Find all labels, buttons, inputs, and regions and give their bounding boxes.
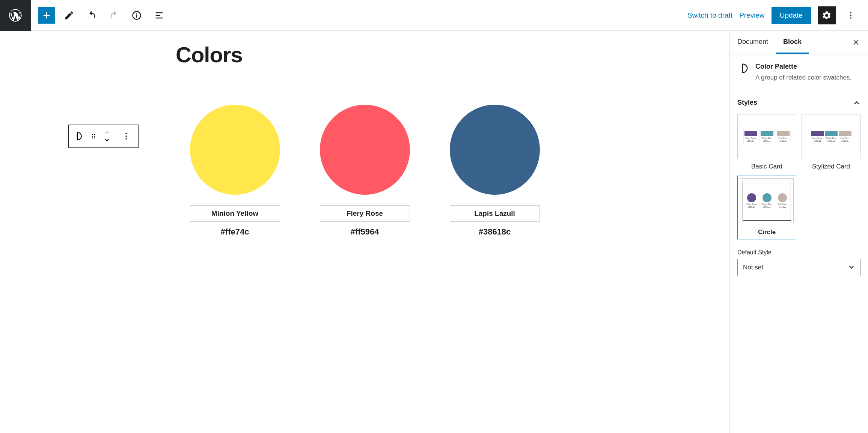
top-toolbar: Switch to draft Preview Update [0,0,868,31]
tab-block[interactable]: Block [776,31,809,54]
swatch-hex-label: #ffe74c [221,227,249,237]
wordpress-icon [8,8,23,23]
svg-point-14 [125,138,127,140]
swatch-hex-label: #ff5964 [351,227,379,237]
edit-mode-button[interactable] [61,7,77,24]
editor-canvas[interactable]: Colors [0,31,729,433]
block-more-options-button[interactable] [114,125,138,147]
pencil-icon [64,10,74,21]
main-area: Colors [0,31,868,433]
redo-button[interactable] [106,7,122,24]
svg-point-13 [125,135,127,137]
default-style-value: Not set [743,264,763,271]
content-info-button[interactable] [128,7,145,24]
block-type-button[interactable] [69,125,87,147]
swatch-name-input[interactable]: Fiery Rose [320,205,410,222]
chevron-down-icon [104,138,110,143]
style-preview: Cyber Grape#604c8d Pacific Blue#559cad P… [802,114,860,159]
more-vertical-icon [846,11,855,20]
styles-panel-title: Styles [737,99,757,107]
style-preview: Cyber Grape#604c8d Pacific Blue#559cad P… [737,114,796,159]
style-label: Stylized Card [812,163,850,170]
styles-grid: Cyber Grape#604c8d Pacific Blue#559cad P… [730,114,868,247]
tab-document[interactable]: Document [730,31,776,54]
svg-point-7 [94,134,95,135]
sidebar-tabs: Document Block [730,31,868,54]
style-label: Basic Card [751,163,782,170]
svg-point-6 [92,134,93,135]
update-button[interactable]: Update [772,7,811,24]
style-preview: Cyber Grape#604c8d Pacific Blue#559cad P… [740,178,794,223]
color-palette-icon [73,131,83,141]
preview-button[interactable]: Preview [739,11,765,20]
svg-rect-1 [136,14,137,17]
style-option-stylized-card[interactable]: Cyber Grape#604c8d Pacific Blue#559cad P… [802,114,860,170]
block-toolbar [68,125,139,148]
gear-icon [822,11,832,20]
more-vertical-icon [122,132,131,141]
wordpress-logo[interactable] [0,0,31,31]
swatch-hex-label: #38618c [479,227,511,237]
svg-point-3 [850,12,851,14]
color-swatch[interactable]: Minion Yellow #ffe74c [190,105,280,237]
style-option-basic-card[interactable]: Cyber Grape#604c8d Pacific Blue#559cad P… [737,114,796,170]
swatch-circle [450,105,540,195]
close-sidebar-button[interactable] [844,39,868,46]
block-name: Color Palette [755,63,851,71]
undo-icon [86,10,97,21]
toolbar-right-group: Switch to draft Preview Update [678,6,868,24]
styles-panel-header[interactable]: Styles [730,91,868,114]
color-swatch[interactable]: Fiery Rose #ff5964 [320,105,410,237]
block-description-panel: Color Palette A group of related color s… [730,54,868,91]
swatch-circle [320,105,410,195]
close-icon [852,39,860,46]
more-options-button[interactable] [842,7,859,24]
undo-button[interactable] [83,7,100,24]
style-option-circle[interactable]: Cyber Grape#604c8d Pacific Blue#559cad P… [737,176,796,239]
settings-sidebar: Document Block Color Palette A group of … [729,31,868,433]
drag-icon [90,133,97,140]
svg-point-4 [850,15,851,16]
add-block-button[interactable] [38,7,55,24]
color-swatch[interactable]: Lapis Lazuli #38618c [450,105,540,237]
plus-icon [41,10,52,21]
default-style-select[interactable]: Not set [737,259,860,276]
block-description: A group of related color swatches. [755,73,851,83]
switch-to-draft-button[interactable]: Switch to draft [687,11,732,20]
swatch-name-input[interactable]: Lapis Lazuli [450,205,540,222]
settings-button[interactable] [818,6,836,24]
default-style-label: Default Style [730,247,868,259]
toolbar-left-group [31,7,678,24]
post-title[interactable]: Colors [176,31,729,67]
swatch-name-input[interactable]: Minion Yellow [190,205,280,222]
svg-point-11 [94,137,95,138]
move-down-button[interactable] [100,136,114,144]
outline-icon [154,10,164,21]
color-palette-icon [737,63,749,74]
svg-point-12 [125,133,127,134]
move-up-button[interactable] [100,128,114,136]
svg-point-5 [850,17,851,19]
info-icon [131,10,142,21]
style-label: Circle [758,226,776,239]
svg-point-8 [92,136,93,137]
chevron-down-icon [848,264,855,271]
chevron-up-icon [104,130,110,134]
svg-rect-2 [136,13,137,14]
chevron-up-icon [853,99,860,106]
drag-handle[interactable] [87,125,100,147]
svg-point-10 [92,137,93,138]
redo-icon [109,10,119,21]
svg-point-9 [94,136,95,137]
outline-button[interactable] [151,7,167,24]
swatch-circle [190,105,280,195]
